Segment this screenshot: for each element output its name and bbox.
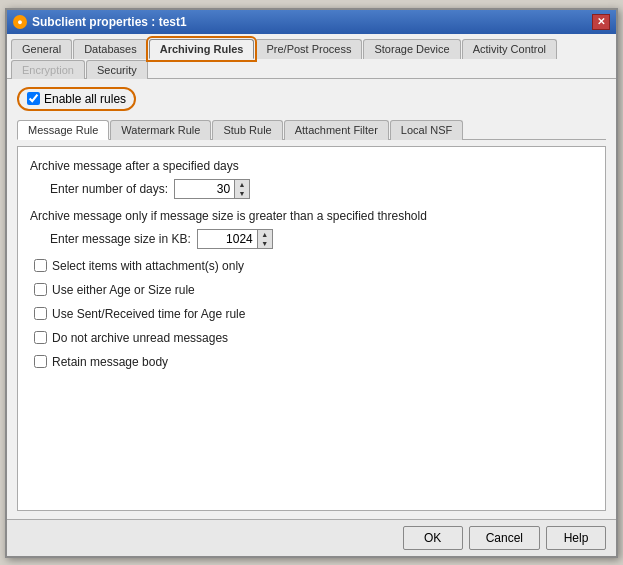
days-group: Archive message after a specified days E… <box>30 159 593 199</box>
days-spinbox-buttons: ▲ ▼ <box>234 179 250 199</box>
tab-pre-post[interactable]: Pre/Post Process <box>255 39 362 59</box>
title-bar: ● Subclient properties : test1 ✕ <box>7 10 616 34</box>
size-row: Enter message size in KB: ▲ ▼ <box>50 229 593 249</box>
sub-tab-message-rule[interactable]: Message Rule <box>17 120 109 140</box>
days-up-button[interactable]: ▲ <box>235 180 249 189</box>
size-down-button[interactable]: ▼ <box>258 239 272 248</box>
cancel-button[interactable]: Cancel <box>469 526 540 550</box>
help-button[interactable]: Help <box>546 526 606 550</box>
sub-tab-stub-rule[interactable]: Stub Rule <box>212 120 282 140</box>
attachments-only-label: Select items with attachment(s) only <box>52 259 244 273</box>
checkbox-retain-body: Retain message body <box>34 355 593 369</box>
enable-all-checkbox[interactable] <box>27 92 40 105</box>
retain-body-checkbox[interactable] <box>34 355 47 368</box>
tab-archiving-rules[interactable]: Archiving Rules <box>149 39 255 59</box>
size-input[interactable] <box>197 229 257 249</box>
size-spinbox-buttons: ▲ ▼ <box>257 229 273 249</box>
attachments-only-checkbox[interactable] <box>34 259 47 272</box>
days-label: Enter number of days: <box>50 182 168 196</box>
tab-security[interactable]: Security <box>86 60 148 79</box>
days-spinbox: ▲ ▼ <box>174 179 250 199</box>
title-bar-left: ● Subclient properties : test1 <box>13 15 187 29</box>
checkbox-attachments-only: Select items with attachment(s) only <box>34 259 593 273</box>
tab-encryption: Encryption <box>11 60 85 79</box>
sub-tabs-bar: Message Rule Watermark Rule Stub Rule At… <box>17 119 606 140</box>
ok-button[interactable]: OK <box>403 526 463 550</box>
checkbox-no-unread: Do not archive unread messages <box>34 331 593 345</box>
tab-storage-device[interactable]: Storage Device <box>363 39 460 59</box>
days-input[interactable] <box>174 179 234 199</box>
window-icon: ● <box>13 15 27 29</box>
sent-received-label: Use Sent/Received time for Age rule <box>52 307 245 321</box>
sub-tab-watermark-rule[interactable]: Watermark Rule <box>110 120 211 140</box>
tab-general[interactable]: General <box>11 39 72 59</box>
retain-body-label: Retain message body <box>52 355 168 369</box>
checkbox-sent-received: Use Sent/Received time for Age rule <box>34 307 593 321</box>
enable-all-label: Enable all rules <box>44 92 126 106</box>
tab-activity-control[interactable]: Activity Control <box>462 39 557 59</box>
sub-tab-local-nsf[interactable]: Local NSF <box>390 120 463 140</box>
content-area: Enable all rules Message Rule Watermark … <box>7 79 616 519</box>
age-or-size-label: Use either Age or Size rule <box>52 283 195 297</box>
sent-received-checkbox[interactable] <box>34 307 47 320</box>
size-section-title: Archive message only if message size is … <box>30 209 593 223</box>
sub-tab-attachment-filter[interactable]: Attachment Filter <box>284 120 389 140</box>
main-tabs-bar: General Databases Archiving Rules Pre/Po… <box>7 34 616 79</box>
no-unread-checkbox[interactable] <box>34 331 47 344</box>
days-section-title: Archive message after a specified days <box>30 159 593 173</box>
size-group: Archive message only if message size is … <box>30 209 593 249</box>
enable-all-row: Enable all rules <box>17 87 136 111</box>
dialog-window: ● Subclient properties : test1 ✕ General… <box>5 8 618 558</box>
days-down-button[interactable]: ▼ <box>235 189 249 198</box>
size-spinbox: ▲ ▼ <box>197 229 273 249</box>
size-up-button[interactable]: ▲ <box>258 230 272 239</box>
inner-panel: Archive message after a specified days E… <box>17 146 606 511</box>
checkbox-age-or-size: Use either Age or Size rule <box>34 283 593 297</box>
no-unread-label: Do not archive unread messages <box>52 331 228 345</box>
age-or-size-checkbox[interactable] <box>34 283 47 296</box>
bottom-bar: OK Cancel Help <box>7 519 616 556</box>
tab-databases[interactable]: Databases <box>73 39 148 59</box>
size-label: Enter message size in KB: <box>50 232 191 246</box>
window-title: Subclient properties : test1 <box>32 15 187 29</box>
close-button[interactable]: ✕ <box>592 14 610 30</box>
days-row: Enter number of days: ▲ ▼ <box>50 179 593 199</box>
